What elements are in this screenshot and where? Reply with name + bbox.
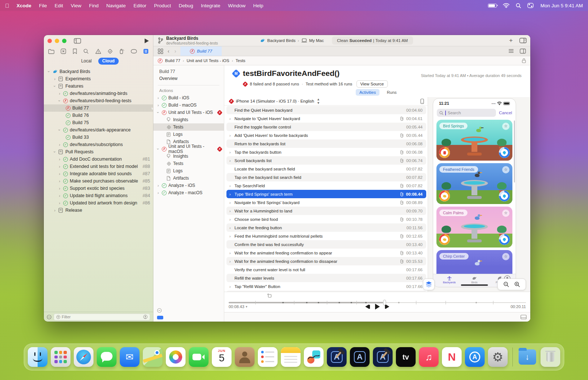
tab-build-77[interactable]: ✗ Build 77 — [180, 46, 222, 56]
dock-xcode[interactable]: A — [327, 347, 347, 367]
dock-notes[interactable] — [281, 347, 301, 367]
activity-row[interactable]: Find the toggle favorite control00:05.44 — [226, 123, 426, 131]
activity-row[interactable]: Confirm the bird was fed successfully00:… — [226, 240, 426, 249]
tests-macos-artifacts[interactable]: Artifacts — [153, 174, 224, 182]
action-tests-macos[interactable]: ›✗Unit and UI Tests - macOS — [153, 145, 224, 153]
jumpbar-build[interactable]: Build 77 — [165, 58, 180, 63]
activity-row-selected[interactable]: ›Type 'Bird Springs' search term00:08.44 — [226, 190, 426, 198]
tree-item-pr[interactable]: ›✓Updated bird artwork from design#86 — [44, 199, 153, 207]
dock-photos[interactable] — [166, 347, 186, 367]
tests-macos-logs[interactable]: Logs — [153, 167, 224, 174]
step-forward-button[interactable] — [385, 304, 390, 309]
dock-xcode-beta[interactable]: A — [350, 347, 370, 367]
tree-item-pr[interactable]: ›✓Integrate adorable bird sounds#87 — [44, 170, 153, 177]
sim-cancel-button[interactable]: Cancel — [499, 111, 512, 115]
dock-news[interactable]: N — [442, 347, 462, 367]
action-analyze-macos[interactable]: ›✓Analyze - macOS — [153, 189, 224, 196]
backyard-card-bird-springs[interactable]: Bird Springs ☆ — [436, 120, 512, 161]
debug-area-toggle-icon[interactable] — [520, 315, 527, 319]
dock-app-store[interactable]: A — [465, 347, 485, 367]
dock-reminders[interactable] — [258, 347, 278, 367]
menu-edit[interactable]: Edit — [55, 3, 63, 8]
dock-launchpad[interactable] — [51, 347, 70, 367]
dock-calendar[interactable]: JUN5 — [212, 347, 232, 367]
sim-tab-backyards[interactable]: Backyards — [437, 276, 462, 284]
favorite-star-icon[interactable]: ☆ — [502, 123, 509, 130]
scope-cloud-button[interactable]: Cloud — [98, 58, 119, 65]
apple-menu-icon[interactable]:  — [5, 3, 9, 9]
tree-item-branch[interactable]: ›✓dev/features/dark-appearance — [44, 126, 153, 134]
tests-macos-tests[interactable]: Tests — [153, 160, 224, 167]
play-button[interactable] — [375, 304, 380, 310]
menu-xcode[interactable]: Xcode — [16, 3, 31, 8]
jumpbar-action[interactable]: Unit and UI Tests - iOS — [187, 58, 229, 63]
activity-row[interactable]: Return to the backyards list00:06.08 — [226, 139, 426, 148]
favorite-star-icon[interactable]: ☆ — [502, 166, 509, 173]
tree-item-pr[interactable]: ›✓Add DocC documentation#81 — [44, 156, 153, 163]
dock-xcode-tools[interactable]: A — [373, 347, 393, 367]
tree-item-build-76[interactable]: ✓Build 76 — [44, 112, 153, 119]
tree-item-project[interactable]: ›Backyard Birds — [44, 68, 153, 75]
tree-item-pr[interactable]: ›✓Update bird flight animations#84 — [44, 192, 153, 199]
activity-row[interactable]: Find the Quiet Haven backyard00:04.60 — [226, 106, 426, 114]
menu-navigate[interactable]: Navigate — [106, 3, 126, 8]
menu-product[interactable]: Product — [154, 3, 171, 8]
dock-maps[interactable] — [143, 347, 163, 367]
activity-row[interactable]: ›Scroll backyards list00:06.74 — [226, 156, 426, 165]
toolbar-project-title[interactable]: Backyard Birds — [166, 36, 218, 41]
sim-search-field[interactable]: Search — [437, 109, 496, 117]
tree-item-experiments[interactable]: ›Experiments — [44, 75, 153, 82]
jumpbar-tests[interactable]: Tests — [236, 58, 245, 63]
project-navigator-icon[interactable] — [48, 49, 54, 54]
activity-row[interactable]: ›Choose some bird food00:10.78 — [226, 215, 426, 223]
menu-find[interactable]: Find — [89, 3, 99, 8]
activity-row[interactable]: ›Locate the feeding button00:11.56 — [226, 223, 426, 232]
zoom-out-icon[interactable] — [503, 281, 509, 287]
dock-music[interactable]: ♫ — [419, 347, 439, 367]
find-navigator-icon[interactable] — [83, 49, 89, 54]
activity-row[interactable]: Verify the current water level is not fu… — [226, 265, 426, 274]
dock-contacts[interactable] — [235, 347, 255, 367]
tree-item-branch[interactable]: ›✓dev/features/subscriptions — [44, 141, 153, 148]
backyard-card-calm-palms[interactable]: Calm Palms ☆ — [436, 207, 512, 247]
activity-row[interactable]: ›Navigate to 'Quiet Haven' backyard00:04… — [226, 114, 426, 123]
zoom-window-button[interactable] — [62, 39, 66, 43]
dock-messages[interactable] — [97, 347, 117, 367]
activity-row[interactable]: ›Tap SearchField00:07.82 — [226, 181, 426, 190]
dock-apple-tv[interactable]: tv — [396, 347, 416, 367]
device-selector[interactable]: iPhone 14 (Simulator - iOS 17.0) · Engli… — [224, 97, 428, 105]
activity-row[interactable]: ›Tap the backyards button00:06.08 — [226, 148, 426, 156]
dock-system-settings[interactable]: ⚙ — [488, 347, 508, 367]
zoom-in-icon[interactable] — [514, 281, 520, 287]
menu-integrate[interactable]: Integrate — [201, 3, 220, 8]
tests-ios-tests[interactable]: Tests — [153, 123, 224, 131]
debug-navigator-icon[interactable] — [119, 49, 124, 54]
tree-item-build-77[interactable]: ✗Build 77 — [44, 104, 153, 112]
report-navigator-icon[interactable] — [143, 49, 149, 54]
activity-row[interactable]: ›Wait for the animated feeding confirmat… — [226, 249, 426, 257]
tree-item-pull-requests[interactable]: ›Pull Requests — [44, 148, 153, 156]
forward-button[interactable]: › — [175, 48, 176, 54]
battery-icon[interactable] — [488, 4, 497, 8]
activity-row[interactable]: ›Navigate to 'Bird Springs' backyard00:0… — [226, 198, 426, 207]
scheme-selector[interactable]: Backyard Birds › My Mac — [260, 38, 324, 43]
menu-file[interactable]: File — [39, 3, 47, 8]
activity-row[interactable]: Tap on the backyard list search field00:… — [226, 173, 426, 181]
control-center-icon[interactable] — [527, 3, 534, 8]
changes-navigator-icon[interactable] — [61, 49, 66, 54]
back-button[interactable]: ‹ — [168, 48, 169, 54]
menu-help[interactable]: Help — [253, 3, 263, 8]
tests-ios-logs[interactable]: Logs — [153, 131, 224, 138]
tree-item-pr[interactable]: ›✓Support exotic bird species#83 — [44, 185, 153, 192]
menu-clock[interactable]: Mon Jun 5 9:41 AM — [541, 3, 583, 8]
menu-debug[interactable]: Debug — [179, 3, 193, 8]
step-backward-button[interactable] — [365, 304, 370, 309]
activity-row[interactable]: Locate the backyard search field00:07.82 — [226, 165, 426, 173]
issue-navigator-icon[interactable] — [95, 49, 101, 54]
overview-item[interactable]: Overview — [153, 75, 224, 82]
person-filter-icon[interactable] — [143, 315, 148, 319]
current-time[interactable]: 00:08.43▾ — [229, 304, 247, 309]
activity-row[interactable]: ›Wait for the animated feeding confirmat… — [226, 257, 426, 265]
toolbar-project-branch[interactable]: dev/features/bird-feeding-tests — [166, 41, 218, 45]
dash-circle-icon[interactable] — [47, 315, 51, 319]
